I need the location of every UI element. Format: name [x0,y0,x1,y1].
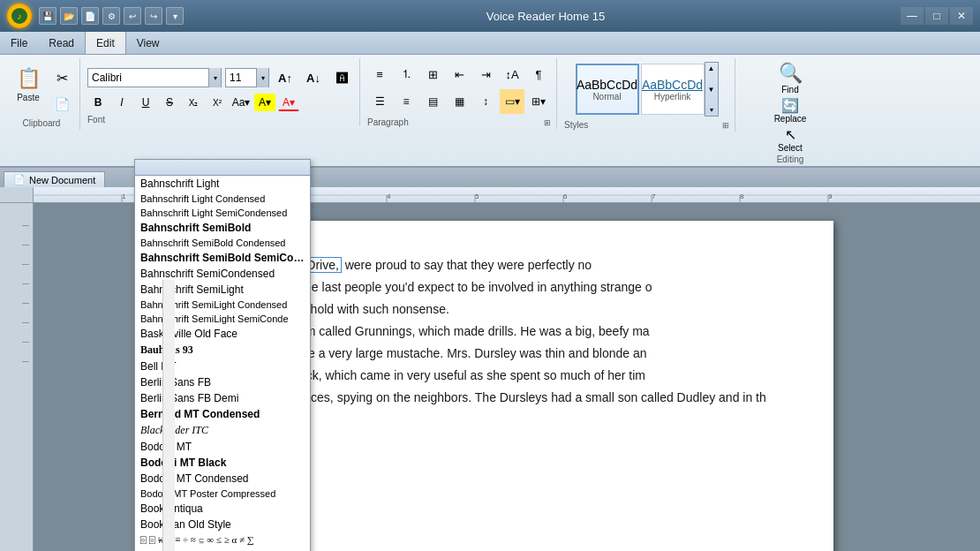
font-item-2[interactable]: Bahnschrift Light SemiCondensed [135,206,310,220]
font-item-9[interactable]: Bahnschrift SemiLight SemiConde [135,312,310,326]
paste-button[interactable]: 📋 Paste [9,62,48,107]
style-hyperlink-card[interactable]: AaBbCcDd Hyperlink [641,64,705,115]
font-item-19[interactable]: Bodoni MT Condensed [135,471,310,487]
bullets-button[interactable]: ≡ [367,62,392,87]
font-item-21[interactable]: Book Antiqua [135,501,310,517]
styles-group: AaBbCcDd Normal AaBbCcDd Hyperlink ▲ ▼ ▾ [559,58,735,132]
increase-indent-button[interactable]: ⇥ [473,62,498,87]
styles-scroll-down[interactable]: ▼ [708,86,715,94]
font-item-13[interactable]: Berlin Sans FB [135,374,310,390]
border-button[interactable]: ⊞▾ [526,89,551,114]
minimize-button[interactable]: — [901,7,923,25]
editing-group: 🔍 Find 🔄 Replace ↖ Select Editing [737,58,843,166]
font-dropdown-arrow[interactable]: ▾ [208,68,221,87]
menu-read[interactable]: Read [38,32,85,54]
font-item-7[interactable]: Bahnschrift SemiLight [135,282,310,298]
align-right-button[interactable]: ▤ [420,89,445,114]
menu-bar: File Read Edit View [0,32,980,55]
select-label: Select [778,143,803,153]
close-button[interactable]: ✕ [950,7,973,25]
underline-button[interactable]: U [135,94,156,111]
font-item-8[interactable]: Bahnschrift SemiLight Condensed [135,298,310,312]
style-normal-card[interactable]: AaBbCcDd Normal [576,64,639,115]
font-item-15[interactable]: Bernard MT Condensed [135,406,310,422]
styles-expand-icon[interactable]: ⊞ [722,121,729,130]
redo-btn[interactable]: ↪ [145,7,162,25]
font-item-20[interactable]: Bodoni MT Poster Compressed [135,487,310,501]
superscript-button[interactable]: X² [207,94,228,111]
new-quick-btn[interactable]: 📄 [81,7,99,25]
font-item-1[interactable]: Bahnschrift Light Condensed [135,192,310,206]
decrease-indent-button[interactable]: ⇤ [447,62,471,87]
svg-text:4: 4 [387,192,391,200]
font-item-5[interactable]: Bahnschrift SemiBold SemiConden [135,250,310,266]
strikethrough-button[interactable]: S [159,94,180,111]
menu-view[interactable]: View [126,32,170,54]
maximize-button[interactable]: □ [925,7,948,25]
font-item-22[interactable]: Bookman Old Style [135,517,310,532]
replace-button[interactable]: 🔄 Replace [771,97,810,124]
open-quick-btn[interactable]: 📂 [60,7,78,25]
subscript-button[interactable]: X₂ [183,94,204,111]
quick-more-btn[interactable]: ▾ [166,7,184,25]
clipboard-label: Clipboard [23,117,61,128]
clipboard-group: 📋 Paste ✂ 📄 Clipboard [4,58,80,130]
select-button[interactable]: ↖ Select [771,126,810,153]
clear-format-button[interactable]: 🅰 [329,65,354,90]
font-item-4[interactable]: Bahnschrift SemiBold Condensed [135,236,310,250]
menu-file[interactable]: File [0,32,38,54]
editing-buttons: 🔍 Find 🔄 Replace ↖ Select [771,58,810,153]
font-item-23[interactable]: ⌻ ⌻ ₩ ∈ ≡ ÷ ≈ ⊆ ∞ ≤ ≥ α ≠ ∑ [135,532,310,547]
fontcolor-button[interactable]: A▾ [278,94,299,111]
font-item-6[interactable]: Bahnschrift SemiCondensed [135,266,310,282]
ruler-mark: — [0,260,33,279]
app-icon: ♪ [7,4,32,28]
textcase-button[interactable]: Aa▾ [230,94,252,111]
para4-b: of a firm called Grunnings, which made d… [271,324,650,338]
highlight-button[interactable]: A▾ [254,94,275,111]
shrink-font-button[interactable]: A↓ [301,65,326,90]
undo-btn[interactable]: ↩ [124,7,141,25]
shading-button[interactable]: ▭▾ [500,89,524,114]
doc-tab-label: New Document [29,175,95,185]
font-item-17[interactable]: Bodoni MT [135,439,310,455]
align-center-button[interactable]: ≡ [394,89,418,114]
line-spacing-button[interactable]: ↕ [473,89,498,114]
font-item-3[interactable]: Bahnschrift SemiBold [135,220,310,236]
paragraph-label-text: Paragraph [367,117,409,127]
menu-edit[interactable]: Edit [85,32,126,54]
bold-button[interactable]: B [87,94,109,111]
document-tab[interactable]: 📄 New Document [4,171,105,187]
font-item-11[interactable]: Bauhaus 93 [135,342,310,359]
cut-button[interactable]: ✂ [49,65,74,90]
font-size-arrow[interactable]: ▾ [256,68,268,87]
font-item-16[interactable]: Blackadder ITC [135,422,310,439]
font-dropdown: Bahnschrift Light Bahnschrift Light Cond… [134,159,311,551]
styles-scroll-more[interactable]: ▾ [710,106,713,114]
sort-button[interactable]: ↕A [500,62,524,87]
styles-scroll-up[interactable]: ▲ [708,64,715,72]
font-item-18[interactable]: Bodoni MT Black [135,455,310,471]
font-item-0[interactable]: Bahnschrift Light [135,176,310,192]
save-quick-btn[interactable]: 💾 [39,7,57,25]
font-item-12[interactable]: Bell MT [135,359,310,374]
ruler-mark: — [0,221,33,240]
multilevel-button[interactable]: ⊞ [420,62,445,87]
ruler-mark: — [0,318,33,337]
font-dropdown-header [135,160,310,176]
justify-button[interactable]: ▦ [447,89,471,114]
align-left-button[interactable]: ☰ [367,89,392,114]
font-item-24[interactable]: Bradley Hand ITC [135,547,310,551]
font-item-10[interactable]: Baskerville Old Face [135,326,310,342]
italic-button[interactable]: I [111,94,132,111]
settings-quick-btn[interactable]: ⚙ [102,7,120,25]
numbering-button[interactable]: ⒈ [394,62,418,87]
font-item-14[interactable]: Berlin Sans FB Demi [135,390,310,406]
paragraph-expand-icon[interactable]: ⊞ [544,118,551,127]
grow-font-button[interactable]: A↑ [273,65,298,90]
ruler-mark: — [0,357,33,376]
find-button[interactable]: 🔍 Find [771,62,810,94]
font-dropdown-list[interactable]: Bahnschrift Light Bahnschrift Light Cond… [135,176,310,551]
show-formatting-button[interactable]: ¶ [526,62,551,87]
copy-button[interactable]: 📄 [49,92,74,117]
